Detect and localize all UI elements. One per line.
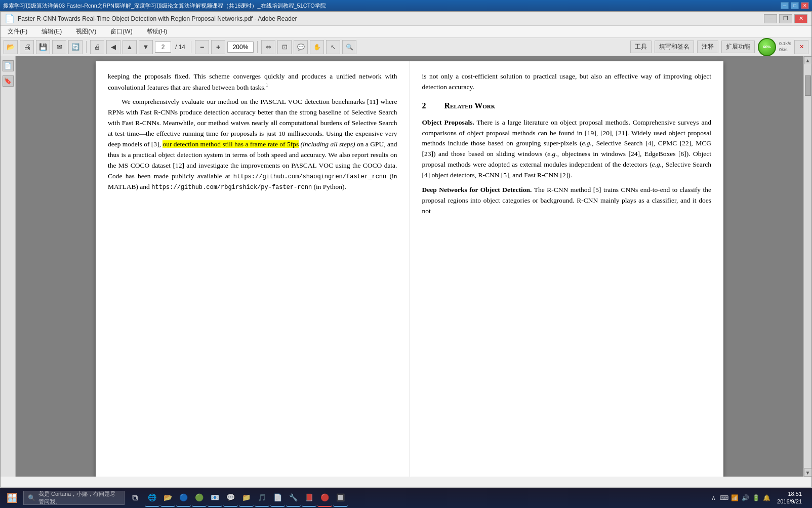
email-button[interactable]: ✉ xyxy=(52,40,66,54)
taskbar-app-adobe[interactable]: 🔴 xyxy=(317,489,332,507)
section-2-header: 2 Related Work xyxy=(422,100,712,112)
taskbar-app-2[interactable]: 📂 xyxy=(160,489,175,507)
adobe-title-text: Faster R-CNN Towards Real-Time Object De… xyxy=(18,15,297,22)
taskbar-app-13[interactable]: 🔲 xyxy=(333,489,348,507)
zoom-out-button[interactable]: − xyxy=(195,40,209,54)
tray-network[interactable]: 📶 xyxy=(730,493,739,502)
tools-button[interactable]: 工具 xyxy=(630,41,652,53)
browser-title-bar: 搜索学习顶级算法详解03 Faster-Rcnn之RPN层详解_深度学习顶级论文… xyxy=(0,0,812,11)
pdf-save-button[interactable]: 💾 xyxy=(36,40,50,54)
taskbar-app-3[interactable]: 🔵 xyxy=(176,489,191,507)
pdf-viewport[interactable]: keeping the proposals fixed. This scheme… xyxy=(16,56,803,477)
sidebar-pages-icon[interactable]: 📄 xyxy=(3,60,14,71)
toolbar-sep-1 xyxy=(86,41,87,53)
expand-button[interactable]: 扩展功能 xyxy=(721,41,755,53)
section-number: 2 xyxy=(422,100,426,112)
scroll-thumb[interactable] xyxy=(805,75,811,96)
menu-file[interactable]: 文件(F) xyxy=(5,26,30,37)
browser-close-button[interactable]: ✕ xyxy=(801,2,809,9)
select-tool-button[interactable]: ↖ xyxy=(326,40,340,54)
pdf-right-column: is not only a cost-efficient solution to… xyxy=(410,61,724,477)
url-python: https://github.com/rbgirshick/py-faster-… xyxy=(151,184,312,191)
toolbar: 📂 🖨 💾 ✉ 🔄 🖨 ◀ ▲ ▼ 2 / 14 − + 200% ⇔ ⊡ 💬 … xyxy=(1,38,811,56)
comment-tool-button[interactable]: 💬 xyxy=(294,40,308,54)
clock-time: 18:51 xyxy=(777,490,802,498)
adobe-close-button[interactable]: ✕ xyxy=(794,14,807,23)
adobe-window-controls: ─ ❐ ✕ xyxy=(764,14,807,23)
prev-page-button[interactable]: ▲ xyxy=(123,40,137,54)
sidebar-bookmarks-icon[interactable]: 🔖 xyxy=(3,75,14,87)
taskbar-app-11[interactable]: 📕 xyxy=(302,489,316,507)
tray-arrow[interactable]: ∧ xyxy=(709,493,718,502)
task-view-button[interactable]: ⧉ xyxy=(126,489,144,507)
adobe-minimize-button[interactable]: ─ xyxy=(764,14,777,23)
footnote-1: 1 xyxy=(266,83,268,88)
section-title: Related Work xyxy=(444,100,496,112)
right-col-intro: is not only a cost-efficient solution to… xyxy=(422,71,712,93)
browser-minimize-button[interactable]: ─ xyxy=(781,2,789,9)
scroll-track[interactable] xyxy=(804,65,811,467)
page-title: 搜索学习顶级算法详解03 Faster-Rcnn之RPN层详解_深度学习顶级论文… xyxy=(3,2,326,10)
toolbar-sep-3 xyxy=(257,41,258,53)
taskbar-app-7[interactable]: 📁 xyxy=(239,489,254,507)
system-tray: ∧ ⌨ 📶 🔊 🔋 🔔 xyxy=(709,493,771,502)
print-button[interactable]: 🖨 xyxy=(20,40,34,54)
taskbar-app-8[interactable]: 🎵 xyxy=(255,489,269,507)
title-bar-right: ─ □ ✕ xyxy=(781,2,809,9)
network-close-button[interactable]: ✕ xyxy=(794,40,808,54)
actual-size-button[interactable]: ⊡ xyxy=(277,40,292,54)
print-btn2[interactable]: 🖨 xyxy=(90,40,104,54)
open-button[interactable]: 📂 xyxy=(4,40,18,54)
speed-info: 0.1k/s 0k/s xyxy=(779,41,791,53)
browser-maximize-button[interactable]: □ xyxy=(791,2,799,9)
toolbar-right: 工具 填写和签名 注释 扩展功能 66% 0.1k/s 0k/s ✕ xyxy=(630,38,808,56)
taskbar-app-5[interactable]: 📧 xyxy=(208,489,222,507)
start-button[interactable]: 🪟 xyxy=(2,489,22,507)
para-keeping: keeping the proposals fixed. This scheme… xyxy=(108,71,397,93)
object-proposals-title: Object Proposals. xyxy=(422,119,474,126)
rotate-button[interactable]: 🔄 xyxy=(68,40,83,54)
zoom-tool-button[interactable]: 🔍 xyxy=(342,40,356,54)
next-page-button[interactable]: ▼ xyxy=(139,40,153,54)
pdf-page: keeping the proposals fixed. This scheme… xyxy=(96,61,723,477)
clock[interactable]: 18:51 2016/9/21 xyxy=(773,490,806,506)
title-bar-left: 搜索学习顶级算法详解03 Faster-Rcnn之RPN层详解_深度学习顶级论文… xyxy=(3,2,326,10)
tray-keyboard[interactable]: ⌨ xyxy=(719,493,728,502)
nav-left[interactable]: ◀ xyxy=(106,40,120,54)
taskbar-app-4[interactable]: 🟢 xyxy=(192,489,207,507)
page-number-input[interactable]: 2 xyxy=(155,42,171,53)
fill-sign-button[interactable]: 填写和签名 xyxy=(655,41,694,53)
url-matlab: https://github.com/shaoqingren/faster_rc… xyxy=(233,173,386,180)
deep-networks-para: Deep Networks for Object Detection. The … xyxy=(422,185,712,217)
taskbar-app-1[interactable]: 🌐 xyxy=(145,489,159,507)
cortana-search[interactable]: 🔍 我是 Cortana，小娜，有问题尽管问我。 xyxy=(23,491,125,505)
comment-button-right[interactable]: 注释 xyxy=(697,41,718,53)
fit-width-button[interactable]: ⇔ xyxy=(261,40,275,54)
adobe-restore-button[interactable]: ❐ xyxy=(779,14,792,23)
left-sidebar: 📄 🔖 xyxy=(1,56,16,477)
taskbar-app-6[interactable]: 💬 xyxy=(223,489,238,507)
toolbar-sep-2 xyxy=(191,41,191,53)
tray-notification[interactable]: 🔔 xyxy=(762,493,771,502)
scroll-down-arrow[interactable]: ▼ xyxy=(804,468,812,477)
vertical-scrollbar[interactable]: ▲ ▼ xyxy=(803,56,811,477)
menu-window[interactable]: 窗口(W) xyxy=(107,26,135,37)
tray-battery[interactable]: 🔋 xyxy=(751,493,760,502)
taskbar: 🪟 🔍 我是 Cortana，小娜，有问题尽管问我。 ⧉ 🌐 📂 🔵 🟢 📧 💬… xyxy=(0,488,812,508)
menu-help[interactable]: 帮助(H) xyxy=(144,26,171,37)
object-proposals-para: Object Proposals. There is a large liter… xyxy=(422,118,712,181)
hand-tool-button[interactable]: ✋ xyxy=(310,40,324,54)
italic-including: (including all steps) xyxy=(301,140,355,148)
taskbar-app-9[interactable]: 📄 xyxy=(270,489,285,507)
highlight-detection-method: our detection method still has a frame r… xyxy=(163,140,299,148)
menu-edit[interactable]: 编辑(E) xyxy=(38,26,65,37)
network-speed-indicator: 66% xyxy=(758,38,776,56)
scroll-up-arrow[interactable]: ▲ xyxy=(804,56,812,64)
page-total: / 14 xyxy=(173,44,187,51)
tray-volume[interactable]: 🔊 xyxy=(741,493,750,502)
adobe-title-bar: 📄 Faster R-CNN Towards Real-Time Object … xyxy=(1,12,811,26)
zoom-input[interactable]: 200% xyxy=(227,42,254,53)
zoom-in-button[interactable]: + xyxy=(211,40,225,54)
menu-view[interactable]: 视图(V) xyxy=(73,26,99,37)
taskbar-app-10[interactable]: 🔧 xyxy=(286,489,301,507)
